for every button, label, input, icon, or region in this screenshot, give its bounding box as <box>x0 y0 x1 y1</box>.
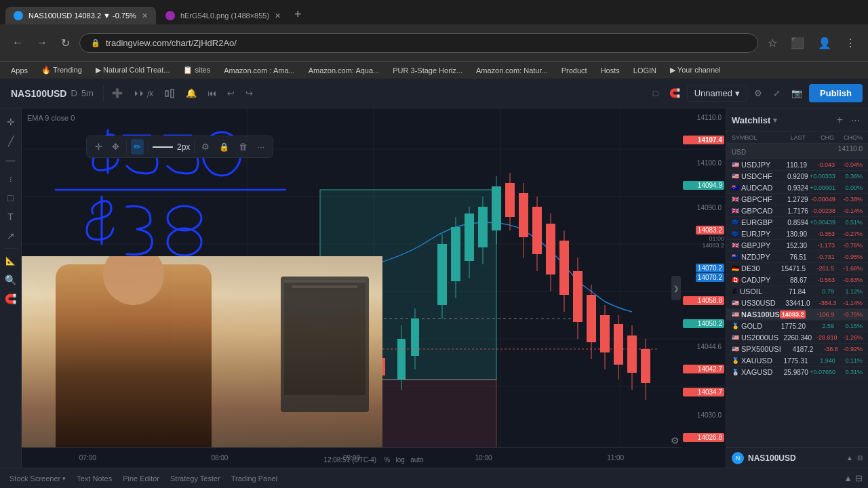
pencil-draw-btn[interactable]: ✏ <box>131 139 144 155</box>
bookmark-apps[interactable]: Apps <box>5 65 33 76</box>
line-style-selector[interactable]: 2px <box>153 142 190 152</box>
auto-toggle[interactable]: auto <box>410 456 423 464</box>
watchlist-row-cadjpy[interactable]: 🇨🇦 CADJPY 88.67 -0.563 -0.63% <box>726 274 868 286</box>
interval-d[interactable]: D <box>71 88 77 98</box>
bookmark-amazon2[interactable]: Amazon.com: Aqua... <box>303 65 385 76</box>
arrow-tool[interactable]: ↗ <box>3 228 19 244</box>
snapshot-button[interactable]: 📷 <box>787 85 806 101</box>
watchlist-panel: Watchlist ▾ + ⋯ Symbol Last Chg Chg% USD… <box>726 108 868 468</box>
move-draw-btn[interactable]: ✥ <box>109 139 122 155</box>
watchlist-row-gold[interactable]: 🥇 GOLD 1775.20 2.59 0.15% <box>726 321 868 332</box>
monitor-screen <box>284 280 366 395</box>
rectangle-draw-tool[interactable]: □ <box>3 190 19 206</box>
horizontal-line-tool[interactable]: — <box>3 152 19 168</box>
bookmark-yourchannel[interactable]: ▶ Your channel <box>665 64 726 76</box>
watchlist-row-gbpjpy[interactable]: 🇬🇧 GBPJPY 152.30 -1.173 -0.76% <box>726 240 868 251</box>
watchlist-row-nzdjpy[interactable]: 🇳🇿 NZDJPY 76.51 -0.731 -0.95% <box>726 251 868 263</box>
menu-button[interactable]: ⋮ <box>841 34 860 52</box>
pine-editor-btn[interactable]: Pine Editor <box>119 473 163 484</box>
rectangle-tool[interactable]: □ <box>649 85 663 101</box>
alerts-button[interactable]: 🔔 <box>182 85 201 101</box>
tab-close-1[interactable]: ✕ <box>142 12 148 20</box>
flag-usoil: 🛢 <box>732 288 738 295</box>
bottom-collapse-up-btn[interactable]: ▲ <box>844 473 852 483</box>
panel-collapse-btn[interactable]: ❯ <box>671 276 681 300</box>
watchlist-row-audcad[interactable]: 🇦🇺 AUDCAD 0.9324 +0.00001 0.00% <box>726 182 868 194</box>
watchlist-dropdown-icon[interactable]: ▾ <box>773 116 777 125</box>
ruler-tool[interactable]: 📐 <box>3 253 19 269</box>
timeframe-5m[interactable]: 5m <box>81 88 94 98</box>
watchlist-row-us30usd[interactable]: 🇺🇸 US30USD 33441.0 -384.3 -1.14% <box>726 298 868 309</box>
bookmark-hosts[interactable]: Hosts <box>595 65 625 76</box>
watchlist-row-xagusd[interactable]: 🥈 XAGUSD 25.9870 +0.07650 0.31% <box>726 367 868 378</box>
strategy-tester-btn[interactable]: Strategy Tester <box>166 473 224 484</box>
draw-trash-btn[interactable]: 🗑 <box>236 139 250 155</box>
extensions-button[interactable]: ⬛ <box>787 34 808 52</box>
fullscreen-button[interactable]: ⤢ <box>769 85 785 101</box>
bookmarks-button[interactable]: ☆ <box>764 34 781 52</box>
forward-button[interactable]: → <box>33 34 52 52</box>
address-bar[interactable]: 🔒 tradingview.com/chart/ZjHdR2Ao/ <box>79 33 758 53</box>
bookmark-sites[interactable]: 📋 sites <box>178 64 216 76</box>
indicators-button[interactable]: 𝑓x <box>130 85 157 102</box>
undo-button[interactable]: ↩ <box>223 85 239 101</box>
pct-toggle[interactable]: % <box>384 456 390 464</box>
watchlist-add-button[interactable]: + <box>834 113 846 127</box>
draw-more-btn[interactable]: ··· <box>254 139 267 155</box>
bottom-minimize-btn[interactable]: ⊟ <box>855 473 863 483</box>
bookmark-trending[interactable]: 🔥 Trending <box>36 64 87 76</box>
watchlist-row-us2000us[interactable]: 🇺🇸 US2000US 2260.340 -28.810 -1.26% <box>726 332 868 344</box>
bookmark-pur[interactable]: PUR 3-Stage Horiz... <box>387 65 468 76</box>
bookmark-amazon1[interactable]: Amazon.com : Ama... <box>218 65 300 76</box>
watchlist-more-button[interactable]: ⋯ <box>848 113 863 127</box>
chart-add-button[interactable]: ➕ <box>108 85 127 101</box>
bar-type-button[interactable] <box>160 85 179 102</box>
replay-button[interactable]: ⏮ <box>203 85 220 101</box>
watchlist-row-usdchf[interactable]: 🇺🇸 USDCHF 0.9209 +0.00333 0.36% <box>726 171 868 182</box>
footer-minimize-icon[interactable]: ⊟ <box>857 454 863 462</box>
bookmark-login[interactable]: LOGIN <box>628 65 662 76</box>
publish-button[interactable]: Publish <box>809 84 863 102</box>
log-toggle[interactable]: log <box>396 456 405 464</box>
cursor-draw-btn[interactable]: ✛ <box>92 139 105 155</box>
svg-rect-35 <box>411 319 419 356</box>
watchlist-row-gbpcad[interactable]: 🇬🇧 GBPCAD 1.7176 -0.00238 -0.14% <box>726 205 868 217</box>
trading-panel-btn[interactable]: Trading Panel <box>227 473 281 484</box>
magnet-draw-tool[interactable]: 🧲 <box>3 291 19 307</box>
bookmark-cold[interactable]: ▶ Natural Cold Treat... <box>90 64 176 76</box>
trend-line-tool[interactable]: ╱ <box>3 133 19 149</box>
watchlist-row-eurjpy[interactable]: 🇪🇺 EURJPY 130.90 -0.353 -0.27% <box>726 228 868 240</box>
symbol-selector[interactable]: NAS100USD D 5m <box>5 85 99 102</box>
back-button[interactable]: ← <box>8 34 27 52</box>
tab-2[interactable]: hErG54L0.png (1488×855) ✕ <box>157 7 289 24</box>
tab-1[interactable]: NAS100USD 14083.2 ▼ -0.75% ✕ <box>5 7 156 24</box>
footer-expand-icon[interactable]: ▲ <box>846 454 853 462</box>
chart-settings-button[interactable]: ⚙ <box>750 85 766 101</box>
fib-tool[interactable]: ⫶ <box>3 171 19 187</box>
bookmark-product[interactable]: Product <box>556 65 593 76</box>
watchlist-row-de30[interactable]: 🇩🇪 DE30 15471.5 -261.5 -1.66% <box>726 263 868 274</box>
zoom-tool[interactable]: 🔍 <box>3 272 19 288</box>
tab-close-2[interactable]: ✕ <box>275 12 281 20</box>
text-tool[interactable]: T <box>3 209 19 225</box>
watchlist-row-spx500usi[interactable]: 🇺🇸 SPX500USI 4187.2 -38.8 -0.92% <box>726 344 868 355</box>
draw-settings-btn[interactable]: ⚙ <box>199 139 212 155</box>
profile-button[interactable]: 👤 <box>814 34 835 52</box>
text-notes-btn[interactable]: Text Notes <box>73 473 116 484</box>
watchlist-row-usdjpy[interactable]: 🇺🇸 USDJPY 110.19 -0.043 -0.04% <box>726 159 868 171</box>
watchlist-row-xauusd[interactable]: 🥇 XAUUSD 1775.31 1.940 0.11% <box>726 355 868 367</box>
watchlist-row-nas100us[interactable]: 🇺🇸 NAS100US 14083.2 -106.9 -0.75% <box>726 309 868 321</box>
draw-lock-btn[interactable]: 🔒 <box>216 140 232 155</box>
reload-button[interactable]: ↻ <box>57 34 74 52</box>
watchlist-row-gbpchf[interactable]: 🇬🇧 GBPCHF 1.2729 -0.00049 -0.38% <box>726 194 868 205</box>
watchlist-row-eurgbp[interactable]: 🇪🇺 EURGBP 0.8594 +0.00439 0.51% <box>726 217 868 228</box>
crosshair-tool[interactable]: ✛ <box>3 114 19 130</box>
magnet-tool[interactable]: 🧲 <box>665 85 684 101</box>
redo-button[interactable]: ↪ <box>241 85 257 101</box>
new-tab-button[interactable]: + <box>289 5 307 24</box>
chart-time-settings[interactable]: ⚙ <box>671 435 679 446</box>
stock-screener-btn[interactable]: Stock Screener ▾ <box>5 473 70 484</box>
watchlist-row-usoil[interactable]: 🛢 USOIL 71.84 0.79 1.12% <box>726 286 868 298</box>
bookmark-amazon3[interactable]: Amazon.com: Natur... <box>471 65 553 76</box>
unnamed-layout-button[interactable]: Unnamed ▾ <box>687 85 747 102</box>
